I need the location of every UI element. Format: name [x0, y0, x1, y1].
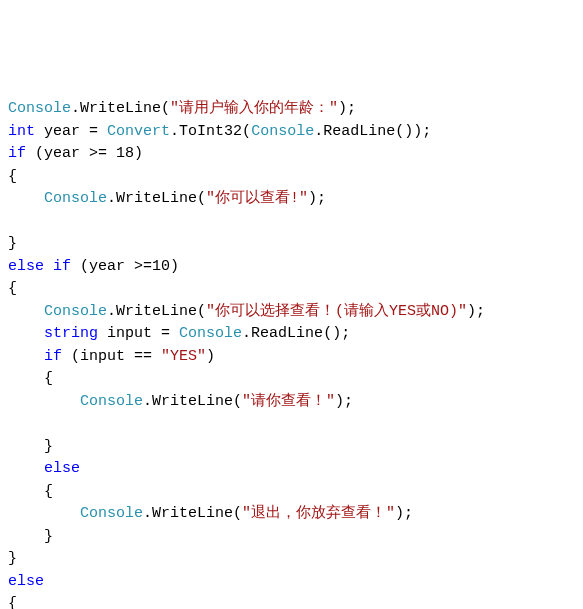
console-class: Console — [179, 325, 242, 342]
if-keyword: if — [53, 258, 71, 275]
if-keyword: if — [8, 145, 26, 162]
input-variable: input — [80, 348, 125, 365]
writeline-method: WriteLine — [116, 190, 197, 207]
console-class: Console — [44, 190, 107, 207]
convert-class: Convert — [107, 123, 170, 140]
string-keyword: string — [44, 325, 98, 342]
console-class: Console — [80, 505, 143, 522]
string-literal-choose-view: "你可以选择查看！(请输入YES或NO)" — [206, 303, 467, 320]
writeline-method: WriteLine — [116, 303, 197, 320]
string-literal-please-view: "请你查看！" — [242, 393, 335, 410]
writeline-method: WriteLine — [152, 505, 233, 522]
writeline-method: WriteLine — [80, 100, 161, 117]
else-keyword: else — [8, 258, 44, 275]
year-variable: year — [89, 258, 125, 275]
string-literal-can-view: "你可以查看!" — [206, 190, 308, 207]
toint32-method: ToInt32 — [179, 123, 242, 140]
string-literal-age-prompt: "请用户输入你的年龄：" — [170, 100, 338, 117]
if-keyword: if — [44, 348, 62, 365]
readline-method: ReadLine — [251, 325, 323, 342]
console-class: Console — [8, 100, 71, 117]
number-10: 10 — [152, 258, 170, 275]
string-literal-yes: "YES" — [161, 348, 206, 365]
input-variable: input — [107, 325, 152, 342]
year-variable: year — [44, 145, 80, 162]
number-18: 18 — [116, 145, 134, 162]
year-variable: year — [44, 123, 80, 140]
writeline-method: WriteLine — [152, 393, 233, 410]
console-class: Console — [80, 393, 143, 410]
else-keyword: else — [44, 460, 80, 477]
int-keyword: int — [8, 123, 35, 140]
else-keyword: else — [8, 573, 44, 590]
string-literal-exit-giveup: "退出，你放弃查看！" — [242, 505, 395, 522]
console-class: Console — [251, 123, 314, 140]
readline-method: ReadLine — [323, 123, 395, 140]
code-block: Console.WriteLine("请用户输入你的年龄："); int yea… — [8, 98, 575, 609]
console-class: Console — [44, 303, 107, 320]
